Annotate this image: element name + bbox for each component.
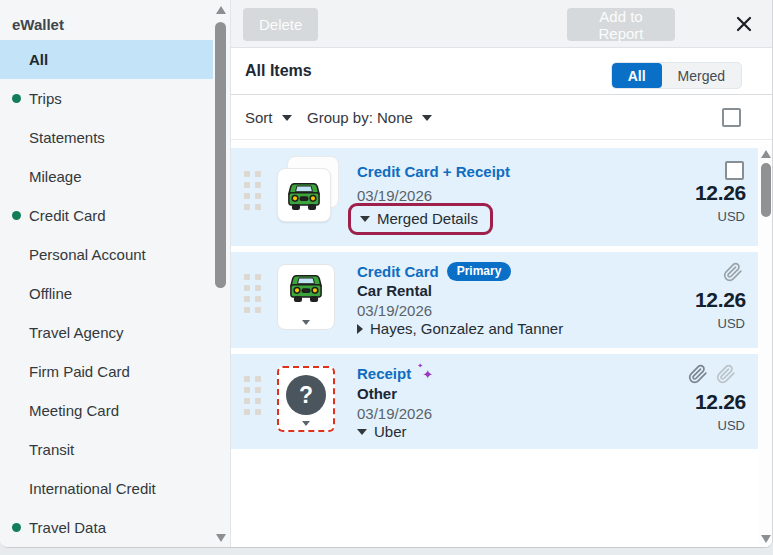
merged-details-toggle[interactable]: Merged Details	[348, 203, 493, 235]
ewallet-dialog: eWallet All Trips Statements Mileage Cre…	[0, 0, 773, 548]
primary-badge: Primary	[447, 262, 512, 281]
sidebar-item-all[interactable]: All	[0, 40, 213, 79]
expense-type-link[interactable]: Receipt✦✦	[357, 365, 433, 382]
sidebar-item-personal-account[interactable]: Personal Account	[0, 235, 213, 274]
toggle-all-button[interactable]: All	[612, 63, 662, 88]
list-scrollbar-thumb[interactable]	[761, 163, 771, 217]
attachment-icon	[688, 364, 708, 384]
drag-handle-icon[interactable]	[244, 376, 261, 415]
scroll-down-icon[interactable]	[216, 534, 226, 542]
vendor-expander[interactable]: Hayes, Gonzalez and Tanner	[357, 320, 563, 337]
expense-list: Credit Card + Receipt 03/19/2026 Merged …	[231, 140, 758, 449]
expense-type-link[interactable]: Credit Card + Receipt	[357, 163, 510, 180]
item-checkbox[interactable]	[725, 161, 744, 180]
sort-dropdown[interactable]: Sort	[245, 95, 292, 140]
vendor-expander[interactable]: Uber	[357, 423, 407, 440]
expense-date: 03/19/2026	[357, 187, 432, 204]
green-dot-icon	[12, 523, 21, 532]
scroll-up-icon[interactable]	[216, 6, 226, 14]
expense-type-link[interactable]: Credit CardPrimary	[357, 262, 511, 281]
delete-button[interactable]: Delete	[243, 8, 318, 41]
sidebar-item-transit[interactable]: Transit	[0, 430, 213, 469]
sidebar-scrollbar[interactable]	[214, 0, 228, 548]
chevron-down-icon	[360, 216, 370, 222]
select-all-checkbox[interactable]	[722, 108, 741, 127]
thumbnail-expand-icon[interactable]	[302, 320, 310, 325]
expense-card-receipt[interactable]: ? Receipt✦✦ Other 03/19/2026 Uber 12.26 …	[231, 354, 758, 449]
attachment-icon	[723, 262, 743, 282]
list-header: All Items All Merged	[231, 48, 773, 95]
screen: eWallet All Trips Statements Mileage Cre…	[0, 0, 773, 555]
all-merged-toggle: All Merged	[611, 62, 742, 89]
amount: 12.26	[695, 390, 746, 414]
expense-date: 03/19/2026	[357, 405, 432, 422]
car-expense-thumbnail[interactable]	[277, 168, 331, 222]
chevron-down-icon	[282, 115, 292, 121]
page-title: All Items	[245, 62, 312, 80]
drag-handle-icon[interactable]	[244, 171, 261, 210]
sidebar-nav: All Trips Statements Mileage Credit Card…	[0, 40, 213, 547]
sidebar-scrollbar-thumb[interactable]	[215, 22, 226, 288]
list-scrollbar[interactable]	[759, 145, 773, 548]
amount: 12.26	[695, 181, 746, 205]
group-by-dropdown[interactable]: Group by: None	[307, 95, 432, 140]
expense-name: Other	[357, 385, 397, 402]
car-expense-thumbnail[interactable]	[277, 264, 335, 330]
toolbar: Delete Add to Report	[231, 0, 773, 48]
items-panel: Delete Add to Report All Items All Merge…	[230, 0, 773, 548]
add-to-report-button[interactable]: Add to Report	[567, 8, 675, 41]
thumbnail-expand-icon[interactable]	[302, 421, 310, 426]
expense-card-credit-card[interactable]: Credit CardPrimary Car Rental 03/19/2026…	[231, 252, 758, 348]
sidebar-item-mileage[interactable]: Mileage	[0, 157, 213, 196]
expense-name: Car Rental	[357, 282, 432, 299]
missing-receipt-thumbnail[interactable]: ?	[277, 366, 335, 432]
chevron-down-icon	[357, 429, 367, 435]
sidebar-item-trips[interactable]: Trips	[0, 79, 213, 118]
ai-sparkle-icon: ✦✦	[417, 367, 433, 382]
sidebar-item-meeting-card[interactable]: Meeting Card	[0, 391, 213, 430]
drag-handle-icon[interactable]	[244, 274, 261, 313]
expense-card-merged[interactable]: Credit Card + Receipt 03/19/2026 Merged …	[231, 148, 758, 246]
sort-controls: Sort Group by: None	[231, 95, 773, 140]
sidebar-item-international-credit[interactable]: International Credit	[0, 469, 213, 508]
sidebar-item-firm-paid-card[interactable]: Firm Paid Card	[0, 352, 213, 391]
sidebar-item-statements[interactable]: Statements	[0, 118, 213, 157]
attachment-icon	[716, 364, 736, 384]
sidebar-item-travel-agency[interactable]: Travel Agency	[0, 313, 213, 352]
currency: USD	[718, 209, 745, 224]
green-dot-icon	[12, 94, 21, 103]
toggle-merged-button[interactable]: Merged	[662, 63, 741, 88]
scroll-down-icon[interactable]	[761, 535, 771, 543]
car-icon	[285, 178, 323, 212]
car-icon	[287, 270, 325, 304]
sidebar-item-travel-data[interactable]: Travel Data	[0, 508, 213, 547]
amount: 12.26	[695, 288, 746, 312]
chevron-down-icon	[422, 115, 432, 121]
scroll-up-icon[interactable]	[761, 150, 771, 158]
question-mark-icon: ?	[286, 375, 326, 415]
sidebar: eWallet All Trips Statements Mileage Cre…	[0, 0, 230, 548]
sidebar-title: eWallet	[12, 16, 64, 33]
chevron-right-icon	[357, 324, 363, 334]
close-icon	[734, 14, 754, 34]
expense-date: 03/19/2026	[357, 302, 432, 319]
currency: USD	[718, 316, 745, 331]
close-button[interactable]	[729, 10, 759, 40]
sidebar-item-credit-card[interactable]: Credit Card	[0, 196, 213, 235]
sidebar-item-offline[interactable]: Offline	[0, 274, 213, 313]
currency: USD	[718, 418, 745, 433]
green-dot-icon	[12, 211, 21, 220]
